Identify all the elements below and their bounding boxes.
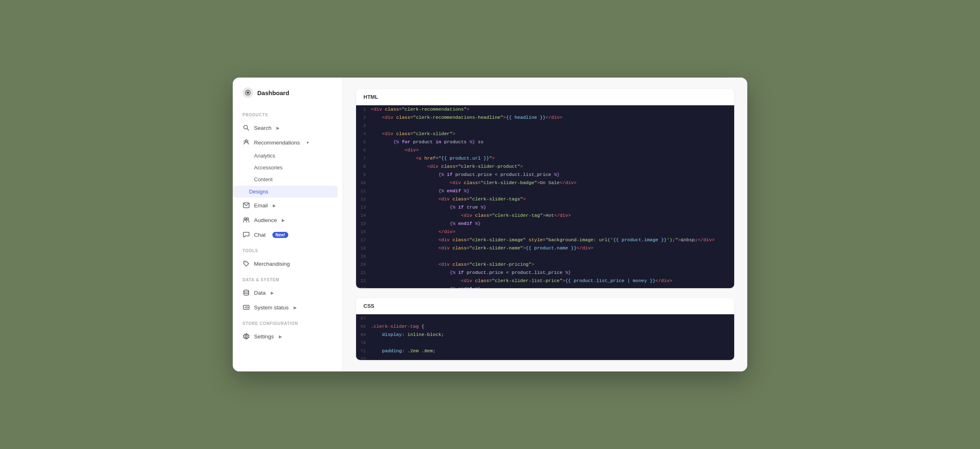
code-line-5: 5 {% for product in products %} ss [356,138,734,146]
search-label: Search [254,125,272,131]
system-status-label: System status [254,305,289,311]
logo-icon [243,87,253,98]
system-status-icon [243,304,250,311]
sidebar-item-email[interactable]: Email ▶ [233,198,343,213]
css-line-70: 70 [356,339,734,347]
html-code-editor[interactable]: 1 <div class="clerk-recommendations"> 2 … [356,105,734,288]
svg-line-3 [247,129,249,130]
css-line-72: 72 [356,355,734,360]
code-line-8: 8 <div class="clerk-slider-product"> [356,162,734,171]
search-chevron: ▶ [276,126,280,130]
settings-label: Settings [254,333,274,340]
html-panel: HTML 1 <div class="clerk-recommendations… [356,89,734,288]
svg-point-8 [244,218,246,220]
code-line-6: 6 <div> [356,146,734,154]
chat-badge: New! [272,232,289,238]
code-line-2: 2 <div class="clerk-recommendations-head… [356,113,734,122]
code-line-12: 12 <div class="clerk-slider-tags"> [356,195,734,203]
audience-icon [243,216,250,224]
sidebar-item-merchandising[interactable]: Merchandising [233,256,343,271]
email-label: Email [254,202,268,209]
code-line-18: 18 <div class="clerk-slider-name">{{ pro… [356,244,734,252]
chat-label: Chat [254,232,266,238]
audience-chevron: ▶ [282,218,285,222]
sidebar-item-data[interactable]: Data ▶ [233,285,343,300]
settings-chevron: ▶ [279,334,282,339]
svg-point-4 [245,140,247,142]
dashboard-link[interactable]: Dashboard [233,86,343,106]
code-line-17: 17 <div class="clerk-slider-image" style… [356,236,734,244]
code-line-20: 20 <div class="clerk-slider-pricing"> [356,260,734,269]
sidebar-subitem-content[interactable]: Content [233,173,343,185]
products-section-label: PRODUCTS [233,106,343,120]
merchandising-label: Merchandising [254,261,290,267]
sidebar-item-search[interactable]: Search ▶ [233,120,343,135]
code-line-1: 1 <div class="clerk-recommendations"> [356,105,734,113]
code-line-21: 21 {% if product.price < product.list_pr… [356,269,734,277]
code-line-4: 4 <div class="clerk-slider"> [356,130,734,138]
css-line-67: 67 [356,314,734,322]
system-status-chevron: ▶ [294,305,297,310]
settings-icon [243,333,250,340]
code-line-9: 9 {% if product.price < product.list_pri… [356,171,734,179]
svg-point-6 [247,140,249,142]
merchandising-icon [243,260,250,267]
content-label: Content [254,176,273,182]
code-line-15: 15 {% endif %} [356,220,734,228]
css-panel: CSS 67 68 .clerk-slider-tag { 69 display… [356,298,734,360]
html-panel-title: HTML [356,89,734,105]
recommendations-icon [243,139,250,146]
analytics-label: Analytics [254,153,275,159]
svg-point-1 [247,91,249,94]
code-line-11: 11 {% endif %} [356,187,734,195]
chat-icon [243,231,250,238]
app-container: Dashboard PRODUCTS Search ▶ [233,78,747,371]
recommendations-label: Recommendations [254,140,300,146]
css-line-71: 71 padding: .2em .8em; [356,347,734,355]
sidebar-subitem-analytics[interactable]: Analytics [233,150,343,162]
sidebar-subitem-designs[interactable]: Designs [233,186,338,198]
svg-point-9 [247,218,249,220]
sidebar-item-system-status[interactable]: System status ▶ [233,300,343,315]
data-icon [243,289,250,296]
sidebar: Dashboard PRODUCTS Search ▶ [233,78,343,371]
data-label: Data [254,290,266,296]
sidebar-item-chat[interactable]: Chat New! [233,227,343,242]
code-line-14: 14 <div class="clerk-slider-tag">Hot</di… [356,211,734,220]
sidebar-item-audience[interactable]: Audience ▶ [233,213,343,227]
code-line-13: 13 {% if true %} [356,203,734,211]
css-line-69: 69 display: inline-block; [356,331,734,339]
sidebar-item-recommendations[interactable]: Recommendations ▼ [233,135,343,150]
code-line-23: 23 {% endif %} [356,285,734,288]
svg-point-10 [245,262,246,263]
code-line-7: 7 <a href="{{ product.url }}"> [356,154,734,162]
svg-point-5 [244,140,245,142]
data-system-section-label: DATA & SYSTEM [233,271,343,285]
store-config-section-label: STORE CONFIGURATION [233,315,343,329]
email-chevron: ▶ [273,203,276,208]
code-line-19: 19 [356,252,734,260]
css-line-68: 68 .clerk-slider-tag { [356,322,734,331]
css-code-editor[interactable]: 67 68 .clerk-slider-tag { 69 display: in… [356,314,734,360]
tools-section-label: TOOLS [233,242,343,256]
recommendations-chevron: ▼ [306,140,310,145]
svg-point-17 [245,336,247,338]
search-icon [243,124,250,131]
code-line-16: 16 </div> [356,228,734,236]
main-content: HTML 1 <div class="clerk-recommendations… [343,78,747,371]
code-line-3: 3 [356,122,734,130]
accessories-label: Accessories [254,164,283,171]
svg-point-11 [244,290,249,292]
code-line-10: 10 <div class="clerk-slider-badge">On Sa… [356,179,734,187]
css-panel-title: CSS [356,298,734,314]
code-line-22: 22 <div class="clerk-slider-list-price">… [356,277,734,285]
sidebar-item-settings[interactable]: Settings ▶ [233,329,343,344]
audience-label: Audience [254,217,277,223]
email-icon [243,202,250,209]
sidebar-subitem-accessories[interactable]: Accessories [233,162,343,173]
data-chevron: ▶ [271,291,274,295]
designs-label: Designs [249,189,268,195]
content-area: HTML 1 <div class="clerk-recommendations… [343,78,747,371]
dashboard-label: Dashboard [257,89,289,96]
